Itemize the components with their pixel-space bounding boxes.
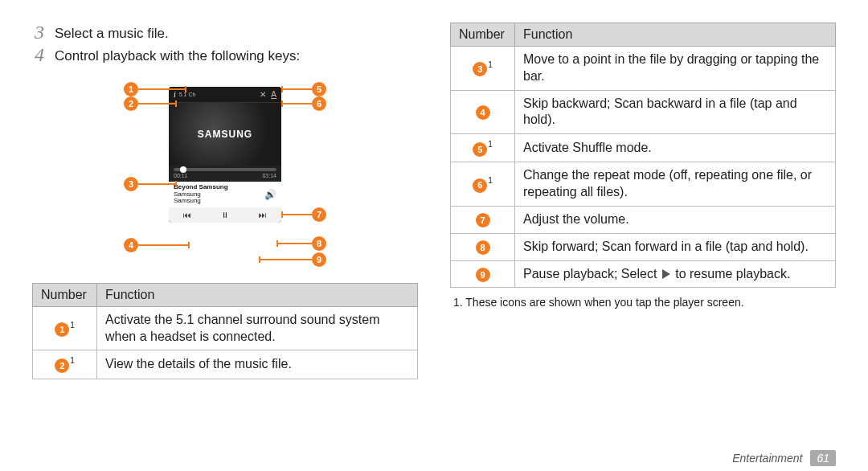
row-function-cell: Change the repeat mode (off, repeating o…: [515, 162, 836, 207]
next-icon: ⏭: [259, 211, 267, 219]
row-function-cell: Activate the 5.1 channel surround sound …: [97, 306, 418, 350]
desc-text: to resume playback.: [672, 267, 791, 281]
callout-bullet: 1: [124, 82, 138, 96]
callout-bullet: 3: [124, 177, 138, 191]
desc-text: Pause playback; Select: [523, 267, 661, 281]
footnote-ref: 1: [488, 140, 493, 149]
footer-page-number: 61: [810, 450, 836, 466]
function-table-left: Number Function 11Activate the 5.1 chann…: [32, 283, 418, 379]
step-number: 4: [32, 45, 47, 64]
track-album: Samsung: [174, 198, 228, 205]
footnote: 1. These icons are shown when you tap th…: [450, 296, 836, 309]
row-number-cell: 31: [451, 47, 515, 91]
track-meta: Beyond Samsung Samsung Samsung 🔊: [169, 182, 281, 207]
left-column: 3 Select a music file. 4 Control playbac…: [32, 23, 418, 447]
col-function: Function: [515, 23, 836, 47]
row-number-cell: 8: [451, 233, 515, 260]
number-bullet: 8: [476, 240, 490, 255]
device-mockup: i 5.1 Ch ✕ A SAMSUNG 00:11 03:14: [169, 87, 281, 223]
table-row: 31Move to a point in the file by draggin…: [451, 47, 836, 91]
col-number: Number: [33, 283, 97, 306]
row-number-cell: 9: [451, 260, 515, 288]
row-function-cell: Adjust the volume.: [515, 206, 836, 233]
table-row: 21View the details of the music file.: [33, 350, 418, 379]
row-function-cell: Pause playback; Select to resume playbac…: [515, 260, 836, 288]
row-function-cell: View the details of the music file.: [97, 350, 418, 379]
playback-controls: ⏮ ⏸ ⏭: [169, 207, 281, 223]
callout-4: 4: [124, 238, 190, 252]
step-4: 4 Control playback with the following ke…: [32, 45, 418, 66]
footer-section: Entertainment: [732, 452, 802, 465]
shuffle-icon: ✕: [260, 90, 266, 99]
footnote-ref: 1: [488, 60, 493, 69]
table-row: 61Change the repeat mode (off, repeating…: [451, 162, 836, 207]
callout-bullet: 7: [312, 207, 326, 222]
row-number-cell: 21: [33, 350, 97, 379]
progress-bar: [174, 168, 276, 171]
callout-bullet: 8: [312, 236, 326, 251]
callout-bullet: 6: [312, 96, 326, 111]
page-footer: Entertainment 61: [732, 450, 836, 466]
callout-2: 2: [124, 96, 177, 111]
row-number-cell: 61: [451, 162, 515, 207]
row-function-cell: Activate Shuffle mode.: [515, 134, 836, 162]
time-total: 03:14: [262, 173, 276, 178]
row-number-cell: 51: [451, 134, 515, 162]
table-row: 9Pause playback; Select to resume playba…: [451, 260, 836, 288]
footnote-ref: 1: [488, 176, 493, 185]
number-bullet: 6: [473, 178, 487, 193]
callout-3: 3: [124, 177, 177, 191]
callout-9: 9: [259, 252, 326, 267]
callout-5: 5: [281, 82, 326, 96]
number-bullet: 3: [473, 62, 487, 76]
col-function: Function: [97, 283, 418, 306]
callout-6: 6: [281, 96, 326, 111]
table-row: 11Activate the 5.1 channel surround soun…: [33, 306, 418, 350]
table-row: 8Skip forward; Scan forward in a file (t…: [451, 233, 836, 260]
progress-area: 00:11 03:14: [169, 166, 281, 182]
number-bullet: 7: [476, 213, 490, 227]
album-cover: SAMSUNG: [169, 103, 281, 166]
number-bullet: 5: [473, 142, 487, 157]
step-text: Select a music file.: [55, 23, 169, 43]
row-number-cell: 11: [33, 306, 97, 350]
table-row: 51Activate Shuffle mode.: [451, 134, 836, 162]
right-column: Number Function 31Move to a point in the…: [450, 23, 836, 447]
play-icon: [662, 269, 670, 279]
callout-7: 7: [281, 207, 326, 222]
footnote-ref: 1: [70, 356, 75, 365]
repeat-icon: A: [271, 90, 276, 99]
volume-icon: 🔊: [264, 189, 276, 200]
prev-icon: ⏮: [183, 211, 191, 219]
callout-bullet: 4: [124, 238, 138, 252]
progress-thumb: [180, 166, 186, 173]
function-table-right: Number Function 31Move to a point in the…: [450, 23, 836, 288]
row-function-cell: Skip forward; Scan forward in a file (ta…: [515, 233, 836, 260]
number-bullet: 2: [55, 358, 69, 373]
callout-bullet: 5: [312, 82, 326, 96]
number-bullet: 1: [55, 322, 69, 337]
row-function-cell: Move to a point in the file by dragging …: [515, 47, 836, 91]
pause-icon: ⏸: [221, 211, 229, 219]
row-function-cell: Skip backward; Scan backward in a file (…: [515, 90, 836, 134]
table-row: 7Adjust the volume.: [451, 206, 836, 233]
step-3: 3 Select a music file.: [32, 23, 418, 43]
number-bullet: 9: [476, 268, 490, 282]
col-number: Number: [451, 23, 515, 47]
callout-bullet: 9: [312, 252, 326, 267]
table-row: 4Skip backward; Scan backward in a file …: [451, 90, 836, 134]
footnote-ref: 1: [70, 321, 75, 330]
step-number: 3: [32, 23, 47, 42]
callout-1: 1: [124, 82, 186, 96]
row-number-cell: 4: [451, 90, 515, 134]
player-diagram: i 5.1 Ch ✕ A SAMSUNG 00:11 03:14: [121, 71, 330, 272]
number-bullet: 4: [476, 105, 490, 120]
row-number-cell: 7: [451, 206, 515, 233]
step-text: Control playback with the following keys…: [55, 45, 300, 66]
callout-bullet: 2: [124, 96, 138, 111]
callout-8: 8: [276, 236, 326, 251]
